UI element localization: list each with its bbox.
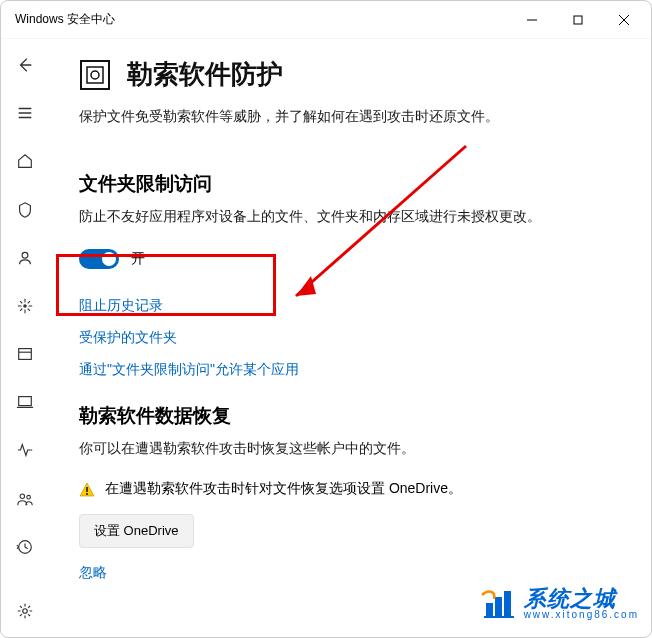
toggle-knob: [102, 252, 116, 266]
recovery-desc: 你可以在遭遇勒索软件攻击时恢复这些帐户中的文件。: [79, 437, 621, 459]
svg-point-8: [23, 304, 27, 308]
nav-device-performance[interactable]: [5, 434, 45, 466]
window-controls: [509, 4, 647, 36]
svg-point-14: [27, 495, 31, 499]
nav-history[interactable]: [5, 531, 45, 563]
svg-rect-1: [574, 16, 582, 24]
page-title: 勒索软件防护: [127, 57, 283, 92]
sidebar: [1, 39, 49, 637]
content-area: 勒索软件防护 保护文件免受勒索软件等威胁，并了解如何在遇到攻击时还原文件。 文件…: [49, 39, 651, 637]
back-button[interactable]: [5, 49, 45, 81]
warning-icon: [79, 482, 95, 498]
nav-home[interactable]: [5, 145, 45, 177]
page-header: 勒索软件防护: [79, 57, 621, 92]
svg-point-16: [23, 609, 28, 614]
svg-rect-9: [19, 349, 32, 360]
link-allow-app[interactable]: 通过"文件夹限制访问"允许某个应用: [79, 361, 621, 379]
recovery-title: 勒索软件数据恢复: [79, 403, 621, 429]
svg-point-19: [91, 71, 99, 79]
link-protected-folders[interactable]: 受保护的文件夹: [79, 329, 621, 347]
nav-settings[interactable]: [5, 595, 45, 627]
nav-virus[interactable]: [5, 194, 45, 226]
nav-device-security[interactable]: [5, 386, 45, 418]
toggle-state-label: 开: [131, 250, 145, 268]
svg-rect-17: [81, 61, 109, 89]
svg-point-21: [86, 493, 88, 495]
folder-access-desc: 防止不友好应用程序对设备上的文件、文件夹和内存区域进行未授权更改。: [79, 205, 621, 227]
svg-rect-18: [87, 67, 103, 83]
setup-onedrive-button[interactable]: 设置 OneDrive: [79, 514, 194, 548]
onedrive-warning: 在遭遇勒索软件攻击时针对文件恢复选项设置 OneDrive。: [79, 480, 621, 498]
warning-text: 在遭遇勒索软件攻击时针对文件恢复选项设置 OneDrive。: [105, 480, 462, 498]
ransomware-icon: [79, 59, 111, 91]
maximize-button[interactable]: [555, 4, 601, 36]
nav-firewall[interactable]: [5, 290, 45, 322]
minimize-button[interactable]: [509, 4, 555, 36]
svg-point-13: [20, 494, 25, 499]
folder-access-toggle[interactable]: [79, 249, 119, 269]
window-title: Windows 安全中心: [15, 11, 509, 28]
page-subtitle: 保护文件免受勒索软件等威胁，并了解如何在遇到攻击时还原文件。: [79, 106, 621, 127]
nav-family[interactable]: [5, 483, 45, 515]
close-button[interactable]: [601, 4, 647, 36]
svg-rect-11: [19, 397, 32, 406]
nav-account[interactable]: [5, 242, 45, 274]
svg-point-7: [22, 252, 28, 258]
menu-button[interactable]: [5, 97, 45, 129]
link-dismiss[interactable]: 忽略: [79, 564, 621, 582]
nav-app-browser[interactable]: [5, 338, 45, 370]
titlebar: Windows 安全中心: [1, 1, 651, 39]
folder-access-title: 文件夹限制访问: [79, 171, 621, 197]
link-block-history[interactable]: 阻止历史记录: [79, 297, 621, 315]
folder-access-toggle-row: 开: [79, 241, 621, 277]
